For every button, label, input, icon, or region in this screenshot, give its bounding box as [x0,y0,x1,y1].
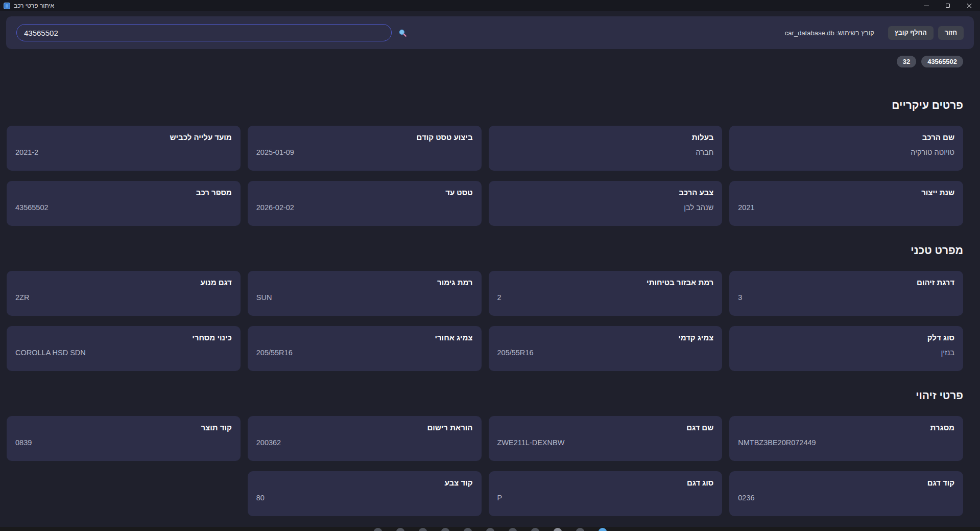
card-grid: מסגרתNMTBZ3BE20R072449שם דגםZWE211L-DEXN… [7,416,963,516]
card-label: רמת גימור [256,277,473,288]
main-content: 43565502 32 פרטים עיקרייםשם הרכבטויוטה ט… [0,56,980,516]
card-value: 2025-01-09 [256,147,473,157]
card-label: סוג דלק [738,332,954,343]
taskbar [0,527,980,531]
card-label: כינוי מסחרי [15,332,232,343]
card-label: שם דגם [497,422,714,433]
card-label: סוג דגם [497,477,714,488]
taskbar-app-icon-3[interactable] [418,528,427,531]
card-label: בעלות [497,132,714,143]
search-controls [16,24,407,41]
taskbar-app-icon-1[interactable] [373,528,382,531]
card-value: חברה [497,147,714,157]
info-card: צבע הרכבשנהב לבן [489,181,723,226]
minimize-button[interactable] [916,0,937,11]
taskbar-app-icon-active[interactable] [598,528,607,531]
info-card: ביצוע טסט קודם2025-01-09 [248,126,482,171]
info-card: רמת אבזור בטיחותי2 [489,271,723,316]
card-value: P [497,493,714,503]
file-controls: חזור החלף קובץ קובץ בשימוש: car_database… [785,26,964,40]
card-value: 43565502 [15,202,232,213]
card-grid: שם הרכבטויוטה טורקיהבעלותחברהביצוע טסט ק… [7,126,963,226]
info-card: הוראת רישום200362 [248,416,482,461]
card-label: צמיג אחורי [256,332,473,343]
plate-badge[interactable]: 43565502 [921,56,963,67]
card-value: 200362 [256,437,473,448]
restore-button[interactable] [937,0,959,11]
taskbar-app-icon-2[interactable] [396,528,404,531]
info-card: טסט עד2026-02-02 [248,181,482,226]
info-card: מסגרתNMTBZ3BE20R072449 [729,416,963,461]
close-button[interactable] [959,0,980,11]
taskbar-app-icon-7[interactable] [508,528,517,531]
info-card: קוד צבע80 [248,471,482,516]
info-card: שנת ייצור2021 [729,181,963,226]
results-badges: 43565502 32 [7,56,963,67]
card-value: SUN [256,292,473,303]
card-label: צבע הרכב [497,187,714,198]
card-label: שם הרכב [738,132,954,143]
card-value: שנהב לבן [497,202,714,213]
search-button[interactable] [398,29,407,37]
info-card: סוג דגםP [489,471,723,516]
search-icon [398,29,407,37]
info-card: בעלותחברה [489,126,723,171]
card-label: שנת ייצור [738,187,954,198]
info-card: סוג דלקבנזין [729,326,963,371]
card-label: מסגרת [738,422,954,433]
card-value: 0236 [738,493,954,503]
close-icon [966,3,972,9]
info-card: צמיג אחורי205/55R16 [248,326,482,371]
taskbar-app-icon-9[interactable] [553,528,562,531]
taskbar-app-icon-8[interactable] [531,528,539,531]
window-controls [916,0,980,11]
card-label: ביצוע טסט קודם [256,132,473,143]
taskbar-app-icon-4[interactable] [441,528,449,531]
info-card: מספר רכב43565502 [7,181,241,226]
count-badge[interactable]: 32 [897,56,916,67]
titlebar: איתור פרטי רכב [0,0,980,11]
restore-icon [946,4,950,8]
info-card: קוד תוצר0839 [7,416,241,461]
search-input[interactable] [16,24,392,41]
card-value: 80 [256,493,473,503]
card-value: בנזין [738,348,954,358]
card-label: הוראת רישום [256,422,473,433]
info-card: שם דגםZWE211L-DEXNBW [489,416,723,461]
card-label: קוד צבע [256,477,473,488]
info-card: כינוי מסחריCOROLLA HSD SDN [7,326,241,371]
info-card: מועד עלייה לכביש2021-2 [7,126,241,171]
card-value: 2026-02-02 [256,202,473,213]
replace-file-button[interactable]: החלף קובץ [888,26,934,40]
minimize-icon [924,6,929,6]
card-value: 3 [738,292,954,303]
card-value: 0839 [15,437,232,448]
card-value: ZWE211L-DEXNBW [497,437,714,448]
taskbar-app-icon-5[interactable] [463,528,472,531]
section-title: מפרט טכני [7,244,963,257]
taskbar-app-icon-10[interactable] [576,528,584,531]
info-card: רמת גימורSUN [248,271,482,316]
info-card: שם הרכבטויוטה טורקיה [729,126,963,171]
info-card: צמיג קדמי205/55R16 [489,326,723,371]
card-label: דגם מנוע [15,277,232,288]
back-button[interactable]: חזור [938,26,964,40]
card-value: 205/55R16 [497,348,714,358]
search-panel: חזור החלף קובץ קובץ בשימוש: car_database… [6,16,974,49]
card-value: COROLLA HSD SDN [15,348,232,358]
card-value: NMTBZ3BE20R072449 [738,437,954,448]
section-title: פרטי זיהוי [7,389,963,402]
card-value: 205/55R16 [256,348,473,358]
card-label: מועד עלייה לכביש [15,132,232,143]
section-title: פרטים עיקריים [7,99,963,111]
taskbar-app-icon-6[interactable] [486,528,494,531]
card-value: טויוטה טורקיה [738,147,954,157]
card-label: דרגת זיהום [738,277,954,288]
info-card: קוד דגם0236 [729,471,963,516]
info-card: דגם מנוע2ZR [7,271,241,316]
card-value: 2021-2 [15,147,232,157]
taskbar-icons [373,528,607,531]
card-label: טסט עד [256,187,473,198]
card-value: 2 [497,292,714,303]
card-value: 2021 [738,202,954,213]
